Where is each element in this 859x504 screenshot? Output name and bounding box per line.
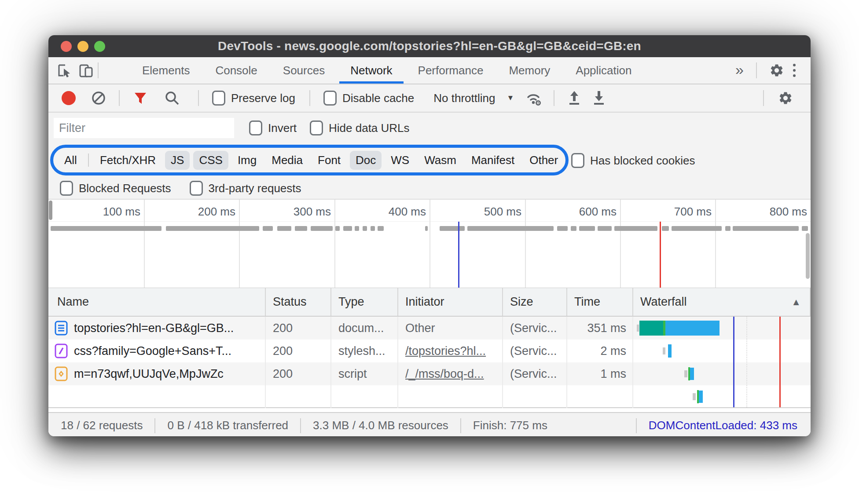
- chip-js[interactable]: JS: [165, 151, 190, 170]
- record-button[interactable]: [62, 91, 76, 105]
- clear-icon[interactable]: [91, 90, 106, 106]
- overview-request-band: [802, 226, 808, 231]
- ruler-tick-label: 300 ms: [265, 205, 331, 219]
- throttling-select[interactable]: No throttling: [433, 91, 495, 105]
- column-header-time[interactable]: Time: [567, 288, 633, 316]
- request-name: topstories?hl=en-GB&gl=GB...: [74, 321, 234, 335]
- vertical-scrollbar-thumb[interactable]: [806, 233, 810, 279]
- divider: [119, 90, 120, 106]
- cell-name[interactable]: m=n73qwf,UUJqVe,MpJwZc: [48, 362, 266, 385]
- cell-name[interactable]: topstories?hl=en-GB&gl=GB...: [48, 317, 266, 340]
- table-row[interactable]: m=n73qwf,UUJqVe,MpJwZc200script/_/mss/bo…: [48, 362, 811, 385]
- table-bottom-spacer: [48, 408, 811, 412]
- zoom-button[interactable]: [94, 41, 105, 52]
- tab-performance[interactable]: Performance: [405, 57, 496, 84]
- sort-ascending-icon[interactable]: ▲: [791, 296, 801, 308]
- overview-request-band: [51, 226, 162, 231]
- overview-request-band: [343, 226, 352, 231]
- inspect-element-icon[interactable]: [56, 62, 72, 78]
- tab-elements[interactable]: Elements: [129, 57, 202, 84]
- overview-request-band: [166, 226, 259, 231]
- chip-font[interactable]: Font: [312, 151, 346, 170]
- hide-data-urls-checkbox[interactable]: [310, 121, 323, 135]
- column-header-initiator[interactable]: Initiator: [398, 288, 503, 316]
- device-toolbar-icon[interactable]: [78, 62, 94, 78]
- cell-size: (Servic...: [503, 317, 567, 340]
- column-header-waterfall[interactable]: Waterfall: [633, 288, 811, 316]
- cell-status: [266, 385, 331, 408]
- chevron-down-icon[interactable]: ▼: [507, 94, 514, 102]
- cell-initiator: /topstories?hl...: [398, 340, 503, 362]
- disable-cache-checkbox[interactable]: [323, 91, 337, 106]
- preserve-log-checkbox[interactable]: [212, 91, 225, 106]
- cell-waterfall: [633, 340, 811, 362]
- script-icon: [55, 366, 68, 381]
- table-row[interactable]: [48, 385, 811, 408]
- tab-network[interactable]: Network: [338, 57, 405, 84]
- overview-request-band: [371, 226, 375, 231]
- chip-wasm[interactable]: Wasm: [418, 151, 462, 170]
- timeline-overview[interactable]: 100 ms200 ms300 ms400 ms500 ms600 ms700 …: [48, 199, 811, 288]
- table-row[interactable]: css?family=Google+Sans+T...200stylesh...…: [48, 340, 811, 362]
- ruler-tick-label: 400 ms: [360, 205, 426, 219]
- cell-type: stylesh...: [331, 340, 398, 362]
- screenshot-stage: DevTools - news.google.com/topstories?hl…: [0, 0, 859, 504]
- network-settings-gear-icon[interactable]: [778, 91, 793, 106]
- cell-size: [503, 385, 567, 408]
- chip-manifest[interactable]: Manifest: [466, 151, 520, 170]
- chip-other[interactable]: Other: [524, 151, 564, 170]
- devtools-window: DevTools - news.google.com/topstories?hl…: [48, 35, 811, 436]
- cell-name[interactable]: css?family=Google+Sans+T...: [48, 340, 266, 362]
- tab-application[interactable]: Application: [563, 57, 644, 84]
- more-options-icon[interactable]: [793, 64, 796, 77]
- close-button[interactable]: [61, 41, 72, 52]
- filter-input[interactable]: [54, 118, 234, 138]
- waterfall-bar-download: [699, 391, 703, 403]
- preserve-log-label: Preserve log: [231, 91, 295, 105]
- divider: [554, 90, 554, 106]
- more-tabs-icon[interactable]: »: [735, 62, 744, 77]
- table-row[interactable]: topstories?hl=en-GB&gl=GB...200docum...O…: [48, 317, 811, 340]
- has-blocked-cookies-checkbox[interactable]: [571, 153, 584, 168]
- initiator-link[interactable]: /topstories?hl...: [405, 344, 486, 358]
- initiator-link[interactable]: /_/mss/boq-d...: [405, 367, 484, 381]
- cell-waterfall: [633, 317, 811, 340]
- tab-sources[interactable]: Sources: [270, 57, 338, 84]
- overview-scrollbar-thumb[interactable]: [49, 201, 52, 220]
- tab-console[interactable]: Console: [202, 57, 270, 84]
- summary-stat: 3.3 MB / 4.0 MB resources: [301, 419, 460, 432]
- search-icon[interactable]: [164, 90, 180, 106]
- network-conditions-icon[interactable]: [525, 89, 544, 107]
- chip-ws[interactable]: WS: [385, 151, 415, 170]
- cell-name[interactable]: [48, 385, 266, 408]
- column-header-name[interactable]: Name: [48, 288, 266, 316]
- chip-css[interactable]: CSS: [193, 151, 228, 170]
- overview-request-band: [277, 226, 291, 231]
- chip-all[interactable]: All: [59, 151, 83, 170]
- column-header-status[interactable]: Status: [266, 288, 331, 316]
- minimize-button[interactable]: [77, 41, 88, 52]
- ruler-gridline: [334, 200, 335, 288]
- settings-gear-icon[interactable]: [769, 63, 784, 78]
- import-har-icon[interactable]: [567, 89, 582, 107]
- waterfall-bar-queue: [663, 347, 665, 354]
- column-header-size[interactable]: Size: [503, 288, 567, 316]
- hide-data-urls-label: Hide data URLs: [329, 121, 410, 135]
- cell-status: 200: [266, 340, 331, 362]
- request-filters-row: Blocked Requests 3rd-party requests: [48, 178, 811, 199]
- focus-ring: AllFetch/XHRJSCSSImgMediaFontDocWSWasmMa…: [50, 145, 569, 175]
- chip-media[interactable]: Media: [266, 151, 308, 170]
- blocked-requests-checkbox[interactable]: [60, 181, 73, 196]
- chip-fetch-xhr[interactable]: Fetch/XHR: [94, 151, 162, 170]
- invert-checkbox[interactable]: [249, 121, 262, 135]
- overview-request-band: [598, 226, 612, 231]
- column-header-type[interactable]: Type: [331, 288, 398, 316]
- filter-funnel-icon[interactable]: [132, 90, 149, 106]
- divider: [309, 90, 310, 106]
- third-party-requests-checkbox[interactable]: [190, 181, 203, 196]
- chip-img[interactable]: Img: [232, 151, 262, 170]
- cell-waterfall: [633, 385, 811, 408]
- export-har-icon[interactable]: [591, 89, 606, 107]
- chip-doc[interactable]: Doc: [350, 151, 382, 170]
- tab-memory[interactable]: Memory: [496, 57, 563, 84]
